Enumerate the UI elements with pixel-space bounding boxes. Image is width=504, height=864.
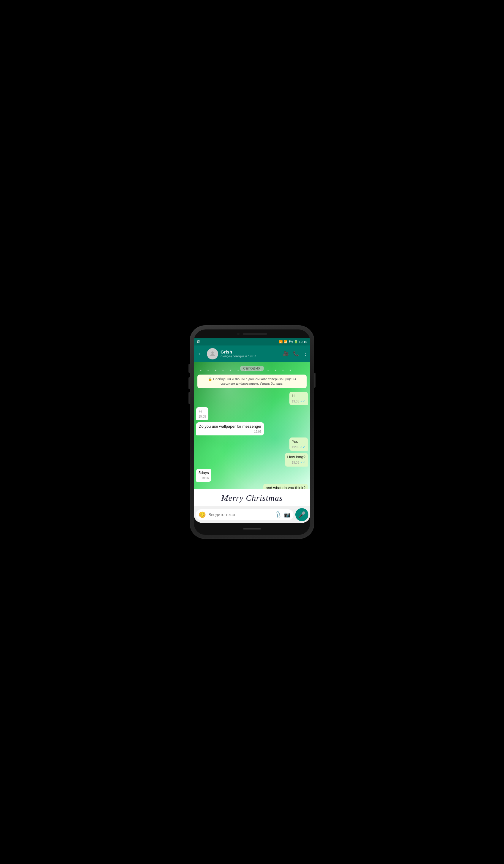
message-time: 19:06	[292, 445, 299, 449]
message-bubble: Hi 19:05 ✓✓	[289, 392, 308, 405]
speaker	[243, 333, 267, 335]
message-meta: 19:06 ✓✓	[287, 460, 305, 465]
chat-messages: СЕГОДНЯ 🔒 Сообщения и звонки в данном ча…	[194, 362, 310, 489]
battery-icon: 🔋	[294, 340, 298, 344]
video-call-button[interactable]: 🎥	[283, 351, 289, 357]
message-bubble: Hi 19:05	[196, 407, 208, 420]
emoji-button[interactable]: 😊	[199, 511, 206, 518]
message-time: 19:05	[199, 415, 206, 419]
encryption-notice: 🔒 Сообщения и звонки в данном чате тепер…	[197, 374, 307, 388]
phone-top-bar	[194, 329, 310, 338]
message-bubble: Do you use wallpaper for messenger 19:05	[196, 422, 264, 435]
camera-button[interactable]: 📷	[284, 512, 291, 518]
wifi-icon: 📶	[279, 340, 283, 344]
message-meta: 19:05 ✓✓	[292, 399, 305, 403]
message-meta: 19:05	[199, 415, 206, 419]
message-time: 19:06	[202, 476, 209, 480]
notification-icon: 🖼	[197, 340, 200, 344]
volume-up-button	[189, 364, 190, 373]
status-left: 🖼	[197, 340, 200, 344]
message-bubble: Yes 19:06 ✓✓	[289, 437, 308, 451]
message-text: and what do you think?	[266, 485, 305, 489]
read-receipt: ✓✓	[300, 460, 305, 465]
message-text: Hi	[292, 394, 305, 399]
message-text: Hi	[199, 409, 206, 414]
message-row: and what do you think? 19:06 ✓✓	[196, 484, 308, 489]
attach-button[interactable]: 📎	[274, 510, 283, 519]
message-row: Yes 19:06 ✓✓	[196, 437, 308, 451]
signal-icon: 📶	[284, 340, 287, 344]
merry-christmas-section: Merry Christmas	[194, 489, 310, 506]
phone-bottom-bar	[194, 523, 310, 535]
front-camera	[237, 333, 240, 335]
contact-status: был(-а) сегодня в 19:07	[220, 355, 280, 358]
message-row: Do you use wallpaper for messenger 19:05	[196, 422, 308, 435]
message-bubble: 5days 19:06	[196, 469, 211, 482]
mic-button[interactable]: 🎤	[295, 508, 308, 521]
back-button[interactable]: ←	[196, 349, 204, 358]
phone-screen: 🖼 📶 📶 8% 🔋 19:10 ←	[194, 329, 310, 535]
merry-christmas-text: Merry Christmas	[196, 492, 308, 504]
clock: 19:10	[299, 340, 307, 344]
message-text: Do you use wallpaper for messenger	[199, 424, 262, 429]
chat-area: СЕГОДНЯ 🔒 Сообщения и звонки в данном ча…	[194, 362, 310, 489]
message-input[interactable]	[208, 512, 273, 517]
read-receipt: ✓✓	[300, 399, 305, 403]
avatar[interactable]	[207, 348, 218, 359]
svg-point-0	[211, 351, 214, 354]
message-time: 19:06	[292, 461, 299, 465]
phone-device: 🖼 📶 📶 8% 🔋 19:10 ←	[190, 325, 314, 539]
message-bubble: How long? 19:06 ✓✓	[285, 453, 308, 466]
message-time: 19:05	[292, 399, 299, 403]
mic-icon: 🎤	[298, 511, 306, 518]
status-bar: 🖼 📶 📶 8% 🔋 19:10	[194, 338, 310, 346]
message-row: Hi 19:05	[196, 407, 308, 420]
input-field-wrap: 😊 📎 📷	[196, 509, 293, 520]
input-bar: 😊 📎 📷 🎤	[194, 506, 310, 523]
message-bubble: and what do you think? 19:06 ✓✓	[263, 484, 308, 489]
message-text: How long?	[287, 455, 305, 460]
power-button	[314, 373, 315, 388]
status-right: 📶 📶 8% 🔋 19:10	[279, 340, 307, 344]
chat-header: ← Grish был(-а) сегодня в 19:07 🎥 📞 ⋮	[194, 346, 310, 362]
home-indicator	[243, 528, 261, 529]
message-meta: 19:06 ✓✓	[292, 445, 305, 449]
message-row: How long? 19:06 ✓✓	[196, 453, 308, 466]
screen-content: 🖼 📶 📶 8% 🔋 19:10 ←	[194, 338, 310, 523]
header-actions: 🎥 📞 ⋮	[283, 351, 308, 357]
volume-down-button	[189, 377, 190, 389]
message-text: 5days	[199, 470, 209, 476]
message-meta: 19:05	[199, 430, 262, 434]
silent-button	[189, 392, 190, 404]
date-badge: СЕГОДНЯ	[240, 366, 264, 371]
contact-name: Grish	[220, 349, 280, 355]
read-receipt: ✓✓	[300, 445, 305, 449]
message-time: 19:05	[254, 430, 262, 434]
message-meta: 19:06	[199, 476, 209, 480]
message-row: Hi 19:05 ✓✓	[196, 392, 308, 405]
more-options-button[interactable]: ⋮	[303, 351, 308, 357]
message-text: Yes	[292, 439, 305, 444]
contact-info: Grish был(-а) сегодня в 19:07	[220, 349, 280, 358]
voice-call-button[interactable]: 📞	[293, 351, 299, 357]
battery-level: 8%	[288, 340, 293, 344]
message-row: 5days 19:06	[196, 469, 308, 482]
